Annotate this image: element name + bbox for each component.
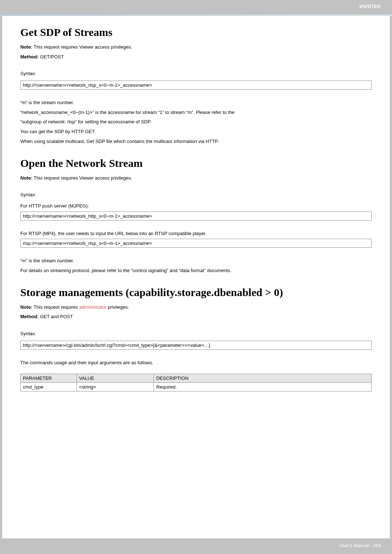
th-description: DESCRIPTION bbox=[154, 374, 372, 383]
table-header-row: PARAMETER VALUE DESCRIPTION bbox=[21, 374, 372, 383]
method-text: GET/POST bbox=[39, 54, 64, 59]
code-box-1: http://<servername>/<network_rtsp_s<0~m-… bbox=[20, 81, 372, 90]
parameter-table: PARAMETER VALUE DESCRIPTION cmd_type <st… bbox=[20, 374, 372, 391]
method-line-3: Method: GET and POST bbox=[20, 312, 372, 321]
note-red: administrator bbox=[79, 304, 106, 310]
desc-1d: You can get the SDP by HTTP GET. bbox=[20, 127, 372, 136]
code-text: http:// bbox=[23, 82, 35, 88]
code-box-2b: rtsp://<servername>/<network_rtsp_s<0~m-… bbox=[20, 239, 372, 248]
footer-bar: User's Manual - 203 bbox=[0, 538, 392, 554]
desc-2a: “m” is the stream number. bbox=[20, 257, 372, 266]
code-box-3: http://<servername>/cgi-bin/admin/lsctrl… bbox=[20, 341, 372, 350]
desc-1c: “subgroup of network: rtsp” for setting … bbox=[20, 118, 372, 127]
code-suffix: /cgi-bin/admin/lsctrl.cgi?cmd=<cmd_type>… bbox=[65, 342, 210, 348]
td-desc: Required. bbox=[154, 383, 372, 391]
for-rtsp-label: For RTSP (MP4), the user needs to input … bbox=[20, 229, 372, 238]
header-bar: VIVOTEK bbox=[0, 0, 392, 15]
note-text: This request requires Viewer access priv… bbox=[32, 175, 132, 181]
for-http-label: For HTTP push server (MJPEG): bbox=[20, 202, 372, 211]
heading-storage: Storage managements (capability.storage.… bbox=[20, 286, 372, 299]
note-pre: This request requires bbox=[32, 304, 79, 310]
desc-1e: When using scalable multicast, Get SDP f… bbox=[20, 137, 372, 146]
note-line-2: Note: This request requires Viewer acces… bbox=[20, 174, 372, 183]
brand-label: VIVOTEK bbox=[359, 4, 381, 9]
footer-page-label: User's Manual - 203 bbox=[339, 543, 381, 548]
method-label: Method: bbox=[20, 54, 39, 59]
code-server: <servername> bbox=[35, 342, 65, 348]
code-box-2a: http://<servername>/<network_http_s<0~m-… bbox=[20, 212, 372, 221]
method-label: Method: bbox=[20, 314, 39, 319]
th-parameter: PARAMETER bbox=[21, 374, 77, 383]
th-value: VALUE bbox=[77, 374, 154, 383]
desc-1b: “network_accessname_<0~(m-1)>” is the ac… bbox=[20, 108, 372, 117]
table-row: cmd_type <string> Required. bbox=[21, 383, 372, 391]
code-server: <servername> bbox=[35, 213, 65, 219]
code-text: http:// bbox=[23, 213, 35, 219]
note-label: Note: bbox=[20, 175, 32, 181]
page-content: Get SDP of Streams Note: This request re… bbox=[2, 16, 390, 538]
code-text: rtsp:// bbox=[23, 241, 35, 246]
desc-1a: “m” is the stream number. bbox=[20, 98, 372, 107]
code-server: <servername> bbox=[35, 241, 65, 246]
desc-3a: The commands usage and their input argum… bbox=[20, 358, 372, 368]
note-post: privileges. bbox=[106, 304, 129, 310]
note-line-3: Note: This request requires administrato… bbox=[20, 303, 372, 312]
code-suffix: /<network_rtsp_s<0~m-1>_accessname> bbox=[65, 241, 152, 246]
td-param: cmd_type bbox=[21, 383, 77, 391]
td-value: <string> bbox=[77, 383, 154, 391]
code-text: http:// bbox=[23, 342, 35, 348]
method-text: GET and POST bbox=[39, 314, 73, 319]
note-label: Note: bbox=[20, 304, 32, 310]
method-line-1: Method: GET/POST bbox=[20, 53, 372, 62]
syntax-label-2: Syntax: bbox=[20, 190, 372, 200]
note-label: Note: bbox=[20, 44, 32, 50]
code-server: <servername> bbox=[35, 82, 65, 88]
code-suffix: /<network_rtsp_s<0~m-1>_accessname> bbox=[65, 82, 152, 88]
desc-2b: For details on streaming protocol, pleas… bbox=[20, 266, 372, 275]
heading-open-network: Open the Network Stream bbox=[20, 157, 372, 169]
heading-get-sdp: Get SDP of Streams bbox=[20, 26, 372, 38]
code-suffix: /<network_http_s<0~m-1>_accessname> bbox=[65, 213, 152, 219]
syntax-label-3: Syntax: bbox=[20, 329, 372, 338]
page-wrapper: VIVOTEK Get SDP of Streams Note: This re… bbox=[0, 0, 392, 554]
syntax-label-1: Syntax: bbox=[20, 69, 372, 78]
note-line-1: Note: This request requires Viewer acces… bbox=[20, 43, 372, 52]
note-text: This request requires Viewer access priv… bbox=[32, 44, 132, 50]
